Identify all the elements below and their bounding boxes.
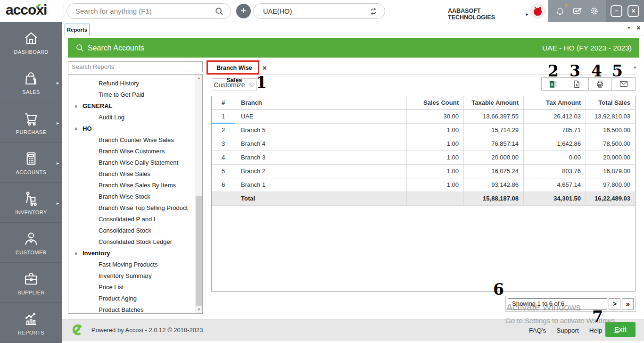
excel-icon: X [549,80,558,89]
messages-icon[interactable] [571,6,583,17]
report-tree-item[interactable]: Consolidated Stock Ledger [68,236,202,248]
report-tree-item[interactable]: Product Aging [68,293,202,304]
report-tab-close-icon[interactable]: × [259,62,270,74]
report-tree-group[interactable]: ∧Inventory [68,248,202,259]
help-link[interactable]: Help [589,327,603,334]
collapse-caret-icon[interactable]: ∧ [74,100,78,112]
scroll-up-icon[interactable]: ▲ [195,75,203,82]
branch-cell[interactable]: Branch 5 [235,124,407,137]
report-tree-item[interactable]: Branch Wise Sales By Items [68,180,202,191]
top-bar: accoxi Search for anything (F1) + UAE(HO… [0,0,644,22]
sales-count-cell: 30.00 [407,110,464,123]
envelope-icon [619,79,628,89]
last-page-button[interactable]: » [622,298,634,310]
briefcase-icon [23,270,40,287]
report-tree-item[interactable]: Refund History [68,78,202,89]
workspace-tab-reports[interactable]: Reports [65,24,90,35]
tab-overflow-caret-icon[interactable]: ▼ [627,26,631,30]
report-tree-item[interactable]: Price List [68,282,202,293]
search-icon[interactable] [215,7,224,16]
row-index-cell[interactable]: 1 [212,110,235,124]
report-tree-item[interactable]: Branch Counter Wise Sales [68,134,202,146]
report-tree-item[interactable]: Fast Moving Products [68,259,202,270]
column-header-branch[interactable]: Branch [235,96,407,109]
shopping-bag-icon [23,70,40,87]
report-tree-group[interactable]: ∧GENERAL [68,100,202,112]
switch-branch-icon[interactable] [369,7,378,16]
report-tree-item[interactable]: Branch Wise Top Selling Product [68,202,202,214]
branch-cell[interactable]: Branch 4 [235,137,407,151]
notifications-bell-icon[interactable]: 7 [554,6,566,17]
report-tree-item[interactable]: Product Batches [68,304,202,314]
tree-scrollbar[interactable]: ▲ ▼ [195,75,202,313]
sidebar-item-reports[interactable]: REPORTS [0,303,62,343]
report-tree-item[interactable]: Inventory Summary [68,270,202,282]
sidebar-item-supplier[interactable]: SUPPLIER [0,263,62,303]
column-header-taxable-amount[interactable]: Taxable Amount [464,96,524,109]
table-row[interactable]: 6 Branch 1 1.00 93,142.86 4,657.14 97,80… [212,178,635,192]
minimize-button[interactable]: − [611,5,622,17]
company-menu[interactable]: AABASOFT TECHNOLOGIES ▸ [448,8,528,21]
report-tree-item[interactable]: Time to Get Paid [68,89,202,100]
column-header-tax-amount[interactable]: Tax Amount [524,96,586,109]
collapse-caret-icon[interactable]: ∧ [74,248,78,259]
report-tree-item[interactable]: Audit Log [68,112,202,123]
column-header-sales-count[interactable]: Sales Count [407,96,464,109]
report-tree-group[interactable]: ∧HO [68,123,202,134]
close-window-button[interactable]: × [627,5,639,17]
branch-cell[interactable]: Branch 2 [235,165,407,178]
printer-icon [595,79,605,89]
notification-count-badge: 7 [564,3,567,8]
report-tree-item[interactable]: Branch Wise Stock [68,191,202,202]
sidebar-item-purchase[interactable]: PURCHASE ▸ [0,102,62,142]
table-row[interactable]: 3 Branch 4 1.00 76,857.14 1,642.86 78,50… [212,137,635,151]
settings-gear-icon[interactable] [589,6,600,17]
total-sales-total-cell: 16,22,489.03 [586,192,635,205]
workspace-close-icon[interactable]: × [636,24,641,32]
sidebar-item-sales[interactable]: SALES ▸ [0,62,62,102]
row-index-cell[interactable]: 6 [212,178,235,192]
sidebar-item-accounts[interactable]: ACCOUNTS ▸ [0,142,62,183]
row-index-cell[interactable]: 3 [212,137,235,151]
branch-cell[interactable]: Branch 1 [235,178,407,192]
report-tree-item-branch-wise-sales[interactable]: Branch Wise Sales [68,168,202,180]
report-tree-item[interactable]: Branch Wise Daily Statement [68,157,202,168]
report-tree-item[interactable]: Consolidated P and L [68,214,202,225]
global-search-input[interactable]: Search for anything (F1) [66,3,231,19]
table-row[interactable]: 5 Branch 2 1.00 16,075.24 803.76 16,879.… [212,165,635,178]
branch-cell[interactable]: Branch 3 [235,151,407,164]
sidebar-item-customer[interactable]: CUSTOMER [0,223,62,263]
tabstrip-divider [62,35,644,35]
scroll-down-icon[interactable]: ▼ [195,306,203,313]
table-row[interactable]: 2 Branch 5 1.00 15,714.29 785.71 16,500.… [212,124,635,137]
quick-add-button[interactable]: + [236,4,251,18]
branch-cell[interactable]: UAE [235,110,407,123]
row-index-cell[interactable]: 2 [212,124,235,137]
column-header-total-sales[interactable]: Total Sales [586,96,635,109]
table-row[interactable]: 4 Branch 3 1.00 20,000.00 0.00 20,000.00 [212,151,635,165]
export-options-caret-icon[interactable]: ▼ [633,66,637,70]
faq-link[interactable]: FAQ's [529,327,546,334]
footer-links: FAQ's Support Help [529,327,602,334]
column-header-index[interactable]: # [212,96,235,109]
collapse-caret-icon[interactable]: ∧ [74,123,78,134]
branch-selector[interactable]: UAE(HO) [253,3,385,19]
sidebar-item-inventory[interactable]: INVENTORY ▸ [0,183,62,223]
report-tree-item[interactable]: Consolidated Stock [68,225,202,236]
table-row[interactable]: 1 UAE 30.00 13,66,397.55 26,412.03 13,92… [212,110,635,124]
next-page-button[interactable]: > [609,298,620,310]
support-link[interactable]: Support [556,327,578,334]
report-tree-item[interactable]: Branch Wise Customers [68,146,202,157]
user-avatar[interactable] [530,3,545,19]
reports-tree-panel: Refund History Time to Get Paid ∧GENERAL… [68,74,203,314]
search-accounts-bar[interactable]: Search Accounts UAE - HO (FY 2023 - 2023… [68,38,639,58]
row-index-cell[interactable]: 5 [212,165,235,178]
annotation-red-box [206,60,259,75]
sidebar-item-dashboard[interactable]: DASHBOARD [0,22,62,62]
row-index-cell[interactable]: 4 [212,151,235,164]
bar-chart-icon [23,310,40,327]
search-reports-input[interactable]: Search Reports [68,61,203,72]
scrollbar-thumb[interactable] [196,196,202,306]
annotation-number-4: 4 [591,63,602,79]
company-name: AABASOFT TECHNOLOGIES [448,8,523,21]
